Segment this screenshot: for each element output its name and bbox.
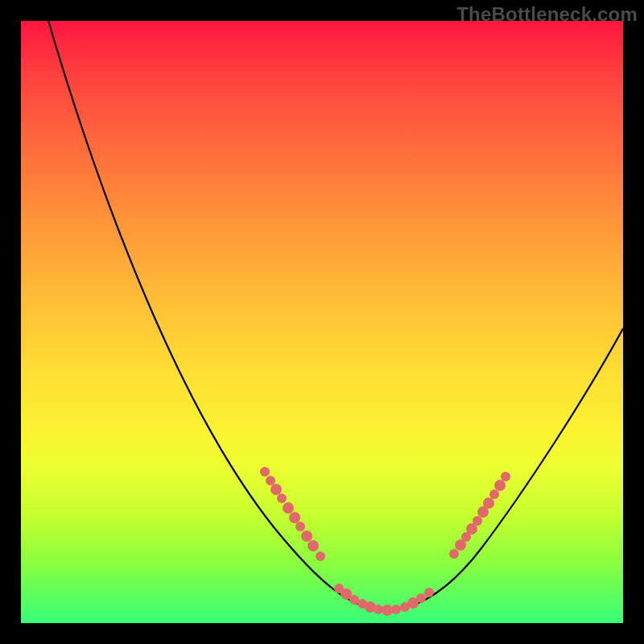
bottleneck-curve bbox=[45, 10, 623, 610]
chart-plot-area bbox=[21, 21, 623, 623]
curve-marker bbox=[316, 551, 325, 561]
curve-marker bbox=[494, 480, 506, 491]
curve-marker bbox=[270, 484, 282, 495]
curve-marker bbox=[266, 476, 275, 485]
curve-marker bbox=[295, 522, 305, 531]
curve-marker bbox=[382, 605, 393, 616]
curve-marker bbox=[283, 502, 294, 514]
curve-marker bbox=[277, 493, 287, 503]
curve-marker bbox=[489, 489, 499, 499]
curve-marker bbox=[483, 497, 494, 509]
curve-marker bbox=[308, 540, 319, 551]
curve-marker bbox=[289, 512, 300, 523]
curve-marker bbox=[449, 549, 459, 559]
chart-svg bbox=[21, 21, 623, 623]
curve-marker bbox=[416, 593, 426, 603]
curve-marker bbox=[501, 472, 510, 481]
curve-marker bbox=[424, 588, 434, 597]
curve-marker bbox=[260, 467, 270, 477]
marker-layer bbox=[260, 467, 510, 616]
curve-marker bbox=[301, 530, 312, 542]
curve-marker bbox=[391, 605, 401, 614]
curve-marker bbox=[473, 516, 482, 526]
